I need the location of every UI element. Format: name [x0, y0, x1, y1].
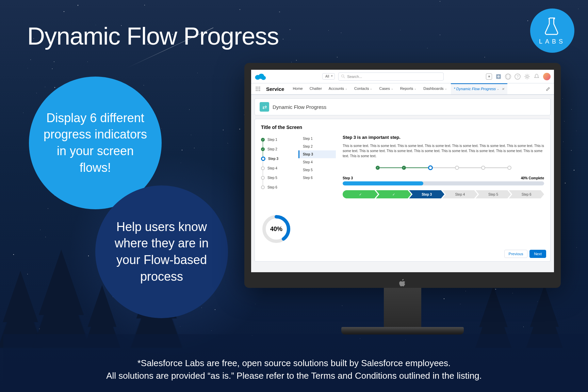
svg-point-3 — [342, 75, 344, 77]
flow-icon: ⇄ — [260, 102, 269, 112]
step-label: Step 3 — [268, 157, 278, 161]
check-icon: ✓ — [392, 193, 395, 196]
svg-point-12 — [258, 87, 259, 88]
previous-button[interactable]: Previous — [504, 250, 528, 258]
flow-footer-buttons: Previous Next — [504, 250, 546, 258]
vnav-step[interactable]: Step 2 — [298, 143, 336, 150]
vprog-step[interactable]: Step 4 — [261, 163, 292, 173]
progress-dot-icon — [261, 185, 265, 189]
path-step-label: Step 3 — [422, 193, 432, 196]
callout-1-text: Display 6 different progress indicators … — [43, 110, 148, 176]
card-title: Title of the Screen — [261, 125, 544, 130]
svg-point-14 — [256, 88, 257, 89]
vprog-step[interactable]: Step 3 — [261, 154, 292, 163]
tab-home[interactable]: Home — [290, 83, 306, 94]
tab-dynamic-flow-progress[interactable]: * Dynamic Flow Progress ⌄ ✕ — [451, 83, 507, 94]
page-header-card: ⇄ Dynamic Flow Progress — [255, 98, 551, 115]
tab-dashboards[interactable]: Dashboards⌄ — [420, 83, 450, 94]
progress-dot-icon — [376, 166, 380, 170]
support-icon[interactable] — [505, 74, 511, 80]
search-icon — [341, 75, 345, 78]
step-label: Step 2 — [267, 147, 277, 151]
page-header-title: Dynamic Flow Progress — [273, 104, 326, 110]
edit-nav-icon[interactable] — [546, 83, 551, 94]
progress-dot-icon — [261, 138, 265, 142]
tab-cases[interactable]: Cases⌄ — [376, 83, 396, 94]
path-step-label: Step 5 — [488, 193, 498, 196]
page-title: Dynamic Flow Progress — [27, 22, 279, 50]
main-column: Step 3 is an important step. This is som… — [343, 135, 544, 198]
progress-dot-icon — [261, 176, 265, 180]
app-launcher-icon[interactable] — [255, 83, 261, 94]
ring-progress: 40% — [261, 214, 292, 244]
vnav-step[interactable]: Step 3 — [298, 150, 336, 158]
close-tab-icon[interactable]: ✕ — [502, 87, 504, 91]
path-step[interactable]: Step 4 — [442, 190, 478, 198]
tab-accounts[interactable]: Accounts⌄ — [326, 83, 350, 94]
svg-point-6 — [505, 74, 511, 79]
sf-body: ⇄ Dynamic Flow Progress Title of the Scr… — [251, 95, 554, 272]
callout-2-text: Help users know where they are in your F… — [109, 219, 214, 285]
ring-label: 40% — [261, 214, 292, 244]
help-icon[interactable]: ? — [514, 74, 521, 80]
path-step[interactable]: Step 3 — [409, 190, 444, 198]
progress-dot-icon — [481, 166, 485, 170]
notifications-bell-icon[interactable] — [534, 74, 540, 80]
path-step-label: Step 4 — [455, 193, 465, 196]
chevron-down-icon[interactable]: ⌄ — [497, 87, 499, 91]
setup-gear-icon[interactable] — [524, 74, 530, 80]
chevron-down-icon[interactable]: ⌄ — [345, 87, 347, 90]
step-label: Step 5 — [267, 176, 277, 180]
chevron-down-icon[interactable]: ⌄ — [414, 87, 416, 90]
progress-line — [485, 167, 507, 168]
horizontal-dot-progress — [343, 165, 544, 170]
vnav-step[interactable]: Step 4 — [298, 158, 336, 166]
tab-label: Accounts — [329, 86, 344, 91]
svg-point-11 — [256, 87, 257, 88]
bar-left-label: Step 3 — [343, 176, 353, 180]
tab-reports[interactable]: Reports⌄ — [397, 83, 420, 94]
path-step[interactable]: ✓ — [343, 190, 378, 198]
favorites-icon[interactable]: ★ — [486, 74, 492, 80]
next-button[interactable]: Next — [529, 250, 546, 258]
flow-card: Title of the Screen Step 1Step 2Step 3St… — [255, 119, 551, 262]
chevron-path: ✓✓Step 3Step 4Step 5Step 6 — [343, 190, 544, 198]
vnav-step[interactable]: Step 1 — [298, 135, 336, 143]
global-search[interactable]: Search... — [338, 72, 444, 81]
object-picker[interactable]: All — [322, 73, 335, 80]
vertical-nav: Step 1Step 2Step 3Step 4Step 5Step 6 — [298, 135, 336, 198]
svg-line-4 — [344, 77, 345, 78]
svg-point-19 — [259, 90, 260, 91]
path-step[interactable]: Step 5 — [476, 190, 511, 198]
svg-point-2 — [261, 76, 266, 80]
chevron-down-icon[interactable]: ⌄ — [370, 87, 372, 90]
path-step[interactable]: Step 6 — [509, 190, 544, 198]
svg-point-16 — [259, 88, 260, 89]
app-name: Service — [262, 83, 288, 94]
path-step[interactable]: ✓ — [376, 190, 411, 198]
vprog-step[interactable]: Step 5 — [261, 173, 292, 182]
vprog-step[interactable]: Step 6 — [261, 182, 292, 192]
progress-line — [406, 167, 428, 168]
vprog-step[interactable]: Step 1 — [261, 135, 292, 144]
step-body-text: This is some text. This is some text. Th… — [343, 143, 544, 159]
progress-line — [459, 167, 481, 168]
vnav-step[interactable]: Step 6 — [298, 174, 336, 182]
vnav-step[interactable]: Step 5 — [298, 166, 336, 174]
vprog-step[interactable]: Step 2 — [261, 144, 292, 154]
user-avatar[interactable] — [543, 73, 551, 80]
add-icon[interactable] — [495, 74, 502, 80]
progress-dot-icon — [261, 147, 265, 151]
chevron-down-icon[interactable]: ⌄ — [445, 87, 447, 90]
tab-chatter[interactable]: Chatter — [307, 83, 325, 94]
header-actions: ★ ? — [486, 73, 551, 80]
labs-text: LABS — [539, 38, 566, 45]
check-icon: ✓ — [359, 193, 362, 196]
monitor-base — [341, 327, 464, 334]
tab-contacts[interactable]: Contacts⌄ — [351, 83, 375, 94]
chevron-down-icon[interactable]: ⌄ — [391, 87, 393, 90]
path-step-label: Step 6 — [522, 193, 532, 196]
tab-label: Chatter — [310, 86, 322, 91]
active-tab-label: * Dynamic Flow Progress — [454, 87, 496, 91]
svg-point-10 — [526, 76, 528, 78]
